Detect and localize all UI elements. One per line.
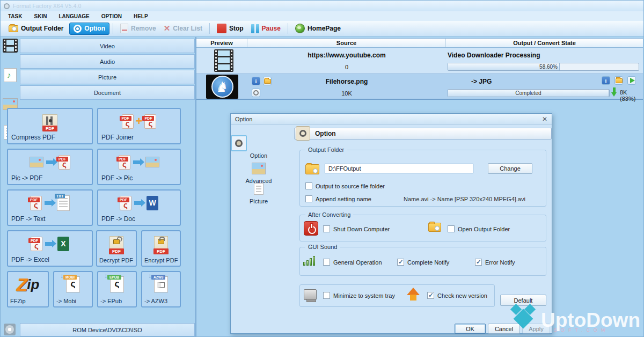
rom-device-bar[interactable]: ROM Device\DVD\CD\ISO: [20, 323, 195, 336]
info-icon[interactable]: i: [252, 77, 260, 85]
convert-state-text: Video Downloader Processing: [448, 52, 540, 59]
nav-item-advanced[interactable]: Advanced: [231, 163, 287, 184]
video-thumbnail-icon: [214, 49, 233, 72]
azw3-icon: ↓AZW3: [142, 274, 180, 295]
update-arrow-icon: [407, 288, 420, 302]
tool-pdf-joiner[interactable]: + PDF Joiner: [97, 108, 181, 144]
file-name: Filehorse.png: [247, 78, 446, 85]
tool-encrypt-pdf[interactable]: PDF Encrypt PDF: [141, 230, 181, 267]
menu-language[interactable]: LANGUAGE: [58, 13, 89, 19]
clear-list-button[interactable]: ✕ Clear List: [160, 22, 206, 35]
sidebar-item-video[interactable]: Video: [20, 39, 195, 53]
window-title: Format Factory X64 V5.4.0: [13, 3, 82, 9]
decrypt-pdf-icon: PDF: [97, 233, 136, 254]
checkbox[interactable]: [475, 259, 482, 266]
pdf-to-text-icon: [8, 193, 92, 213]
stop-label: Stop: [229, 25, 244, 32]
progress-bar: Completed: [448, 89, 610, 97]
close-icon[interactable]: ✕: [542, 115, 547, 123]
menu-help[interactable]: HELP: [134, 13, 148, 19]
option-label: Option: [84, 25, 105, 32]
checkbox[interactable]: [323, 225, 330, 232]
epub-icon: ↓EPUBς: [98, 274, 136, 295]
change-button[interactable]: Change: [488, 163, 532, 174]
dialog-title: Option: [235, 116, 252, 122]
watermark-title: UptoDown: [541, 312, 640, 328]
source-url: https://www.youtube.com: [247, 52, 446, 59]
shutdown-checkbox[interactable]: Shut Down Computer: [323, 225, 390, 232]
option-button[interactable]: Option: [69, 23, 109, 35]
homepage-button[interactable]: HomePage: [291, 22, 345, 35]
checkbox[interactable]: [323, 292, 330, 299]
tool-to-epub[interactable]: ↓EPUBς -> EPub: [97, 271, 137, 307]
sidebar-item-audio[interactable]: Audio: [20, 54, 195, 69]
header-output-state: Output / Convert State: [446, 39, 643, 47]
open-folder-icon[interactable]: [614, 76, 623, 85]
pic-to-pdf-icon: [8, 152, 92, 172]
ffzip-icon: Zip: [8, 274, 48, 295]
nav-item-option[interactable]: Option: [231, 135, 287, 159]
globe-icon: [295, 24, 305, 33]
tool-pic-to-pdf[interactable]: Pic -> PDF: [7, 149, 93, 185]
minimize-tray-checkbox[interactable]: Minimize to system tray: [323, 292, 395, 299]
sidebar-item-document[interactable]: Document: [20, 85, 195, 100]
append-setting-checkbox[interactable]: Append setting name: [305, 195, 371, 202]
error-notify-checkbox[interactable]: Error Notify: [475, 259, 515, 266]
checkbox[interactable]: [323, 259, 330, 266]
tool-pdf-to-pic[interactable]: PDF -> Pic: [97, 149, 181, 185]
picture-page-icon: [254, 183, 264, 195]
dialog-title-bar: Option ✕: [231, 114, 552, 125]
general-operation-checkbox[interactable]: General Operation: [323, 259, 382, 266]
complete-notify-checkbox[interactable]: Complete Notify: [397, 259, 449, 266]
tool-ffzip[interactable]: Zip FFZip: [7, 271, 49, 307]
menu-option[interactable]: OPTION: [101, 13, 122, 19]
info-icon[interactable]: i: [602, 76, 610, 85]
pdf-joiner-icon: +: [98, 111, 180, 131]
filehorse-logo: ♞: [206, 75, 238, 99]
apply-button[interactable]: Apply: [522, 324, 550, 334]
menu-bar: TASK SKIN LANGUAGE OPTION HELP: [1, 11, 643, 21]
progress-label: 58.60%: [539, 64, 558, 70]
menu-skin[interactable]: SKIN: [34, 13, 47, 19]
checkbox[interactable]: [427, 292, 434, 299]
stop-button[interactable]: Stop: [213, 22, 247, 35]
app-window: Format Factory X64 V5.4.0 TASK SKIN LANG…: [0, 0, 644, 337]
clear-x-icon: ✕: [164, 24, 171, 33]
tool-compress-pdf[interactable]: PDF Compress PDF: [7, 108, 93, 144]
checkbox[interactable]: [397, 259, 404, 266]
open-folder-icon[interactable]: [263, 77, 272, 85]
checkbox[interactable]: [305, 182, 312, 189]
default-button[interactable]: Default: [500, 295, 546, 306]
checkbox[interactable]: [305, 195, 312, 202]
output-to-source-checkbox[interactable]: Output to source file folder: [305, 182, 385, 189]
nav-item-picture[interactable]: Picture: [231, 183, 287, 204]
output-path-input[interactable]: [325, 164, 473, 173]
menu-task[interactable]: TASK: [8, 13, 22, 19]
tool-pdf-to-text[interactable]: PDF -> Text: [7, 189, 93, 226]
sound-bars-icon: [303, 256, 315, 266]
tool-to-azw3[interactable]: ↓AZW3 -> AZW3: [141, 271, 181, 307]
tool-to-mobi[interactable]: ↓MOBIς -> Mobi: [53, 271, 93, 307]
convert-target-text: -> JPG: [471, 78, 492, 85]
remove-button[interactable]: Remove: [116, 22, 160, 35]
sidebar-item-picture[interactable]: Picture: [20, 70, 195, 84]
check-version-checkbox[interactable]: Check new version: [427, 292, 487, 299]
tool-pdf-to-excel[interactable]: X PDF -> Excel: [7, 230, 93, 267]
audio-icon: ♪: [4, 68, 17, 82]
play-icon[interactable]: [627, 76, 636, 85]
cancel-button[interactable]: Cancel: [488, 324, 520, 334]
ok-button[interactable]: OK: [455, 324, 486, 334]
encrypt-pdf-icon: PDF: [142, 233, 180, 254]
size-reduced-arrow-icon: [611, 87, 617, 97]
pause-button[interactable]: Pause: [247, 23, 284, 35]
tool-pdf-to-doc[interactable]: W PDF -> Doc: [97, 189, 181, 226]
open-output-checkbox[interactable]: Open Output Folder: [448, 225, 510, 232]
settings-gear-icon[interactable]: [252, 89, 260, 97]
advanced-picture-icon: [252, 163, 266, 174]
task-row-youtube[interactable]: https://www.youtube.com 0 Video Download…: [196, 48, 643, 74]
task-row-filehorse[interactable]: -> JPG Filehorse.png 10K i Completed i: [196, 74, 643, 100]
output-folder-button[interactable]: Output Folder: [5, 23, 67, 34]
checkbox[interactable]: [448, 225, 455, 232]
tool-decrypt-pdf[interactable]: PDF Decrypt PDF: [96, 230, 137, 267]
header-gear-icon: [296, 126, 310, 141]
